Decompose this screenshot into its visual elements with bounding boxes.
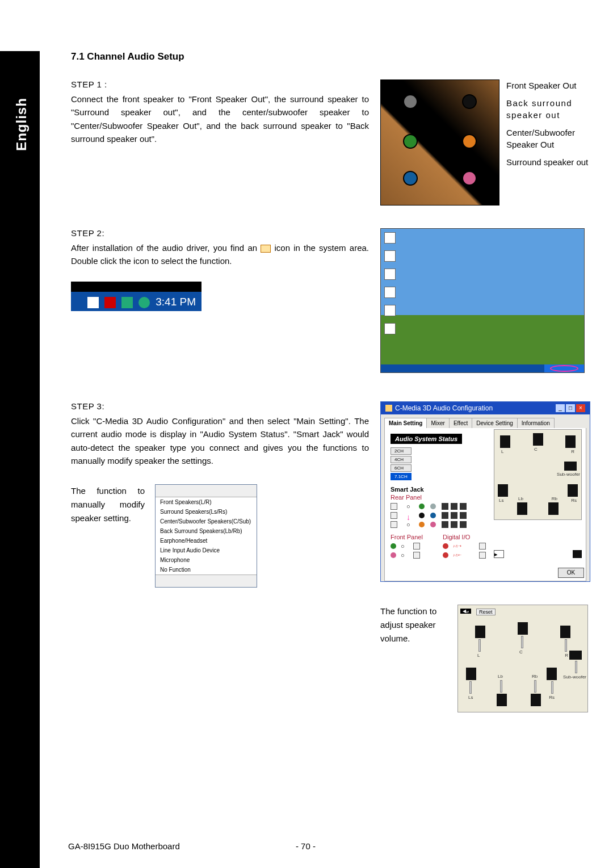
vol-speaker-rb[interactable] (531, 694, 541, 706)
maximize-button[interactable]: □ (566, 404, 575, 412)
port-callouts: Front Speaker Out Back surround speaker … (506, 79, 590, 206)
stop-button[interactable] (573, 550, 582, 558)
reset-button[interactable]: Reset (476, 609, 496, 615)
vol-slider[interactable] (469, 681, 472, 694)
speaker-c[interactable] (533, 433, 543, 446)
audio-system-status-title: Audio System Status (391, 434, 462, 444)
systray-icon-2[interactable] (121, 297, 133, 308)
tab-information[interactable]: Information (517, 418, 555, 428)
jack-indicator-pink (430, 522, 436, 527)
subnote-left: The function to manually modify speaker … (71, 484, 145, 525)
tab-mixer[interactable]: Mixer (426, 418, 449, 428)
rear-io-photo (380, 79, 499, 206)
vol-speaker-c[interactable] (518, 622, 528, 635)
menu-item[interactable]: Microphone (156, 555, 257, 565)
callout-front-speaker: Front Speaker Out (506, 79, 590, 91)
step3-subrow: The function to manually modify speaker … (71, 484, 369, 588)
vol-slider[interactable] (551, 681, 553, 694)
tab-device-setting[interactable]: Device Setting (472, 418, 517, 428)
systray-icon-xear[interactable] (87, 297, 99, 308)
digital-slot[interactable] (479, 552, 486, 559)
step2-paragraph: After installation of the audio driver, … (71, 241, 369, 268)
jack-slot[interactable] (413, 543, 420, 550)
volume-panel: ◀ₐₗₗ Reset L C R Sub-woofer Ls Rs Lb Rb (457, 605, 588, 712)
tab-body: Audio System Status 2CH 4CH 6CH 7.1CH (384, 428, 586, 581)
menu-item[interactable]: Front Speakers(L/R) (156, 497, 257, 507)
vol-speaker-lb[interactable] (497, 694, 507, 706)
jack-slot[interactable] (391, 512, 397, 519)
step2-text-column: STEP 2: After installation of the audio … (71, 228, 369, 373)
menu-item[interactable]: Earphone/Headset (156, 536, 257, 546)
speaker-r[interactable] (565, 435, 576, 448)
desktop-icons (384, 232, 396, 334)
channel-71ch[interactable]: 7.1CH (391, 473, 412, 480)
speaker-l[interactable] (500, 435, 510, 448)
tab-main-setting[interactable]: Main Setting (384, 418, 427, 428)
windows-desktop-screenshot (380, 228, 585, 373)
vol-slider[interactable] (534, 680, 536, 693)
vol-slider[interactable] (500, 680, 502, 693)
jack-green (403, 134, 418, 149)
desktop-icon[interactable] (384, 232, 396, 244)
speaker-lb[interactable] (517, 502, 527, 515)
subnote-right: The function to adjust speaker volume. (380, 605, 450, 712)
digital-slot[interactable] (479, 543, 486, 550)
speaker-icon (460, 512, 467, 519)
play-button[interactable]: ▸ (494, 550, 504, 558)
arrow-down-icon: ↓ (406, 513, 412, 518)
section-heading: 7.1 Channel Audio Setup (71, 51, 590, 62)
jack-slot[interactable] (413, 552, 420, 559)
desktop-icon[interactable] (384, 287, 396, 298)
vol-speaker-r[interactable] (560, 626, 570, 638)
xear3d-tray-icon (261, 245, 271, 253)
step1-label: STEP 1 : (71, 79, 369, 89)
menu-item[interactable]: Surround Speakers(Ls/Rs) (156, 507, 257, 517)
language-spine: English (0, 51, 40, 868)
tab-effect[interactable]: Effect (449, 418, 472, 428)
eq-button[interactable]: ◀ₐₗₗ (460, 609, 471, 614)
vol-speaker-rs[interactable] (547, 668, 557, 680)
jack-indicator-black (419, 513, 425, 518)
menu-item[interactable]: Back Surround Speakers(Lb/Rb) (156, 526, 257, 536)
vol-slider[interactable] (565, 639, 567, 652)
speaker-icon (451, 521, 457, 528)
menu-item[interactable]: Center/Subwoofer Speakers(C/Sub) (156, 517, 257, 526)
window-titlebar: C-Media 3D Audio Configuration _ □ × (381, 402, 590, 414)
vol-slider[interactable] (575, 661, 577, 673)
speaker-sub[interactable] (564, 462, 577, 471)
desktop-icon[interactable] (384, 250, 396, 262)
vol-speaker-l[interactable] (475, 626, 485, 638)
speaker-rs[interactable] (568, 484, 578, 497)
vol-speaker-ls[interactable] (466, 668, 476, 680)
speaker-ls[interactable] (498, 484, 508, 497)
channel-6ch[interactable]: 6CH (391, 464, 412, 472)
jack-slot[interactable] (391, 521, 397, 528)
app-icon (385, 405, 392, 412)
systray-time: 3:41 PM (156, 296, 196, 308)
vol-speaker-sub[interactable] (569, 651, 582, 660)
front-panel-label: Front Panel (391, 534, 426, 540)
minimize-button[interactable]: _ (556, 404, 565, 412)
channel-4ch[interactable]: 4CH (391, 456, 412, 463)
jack-slot[interactable] (391, 503, 397, 510)
jack-indicator-blue (430, 513, 436, 518)
step1-image-column: Front Speaker Out Back surround speaker … (380, 79, 590, 206)
page-footer: GA-8I915G Duo Motherboard - 70 - (0, 841, 613, 851)
cmedia-config-window: C-Media 3D Audio Configuration _ □ × Mai… (380, 401, 590, 582)
speaker-icon (442, 503, 448, 510)
volume-block: The function to adjust speaker volume. ◀… (380, 605, 590, 712)
menu-item[interactable]: Line Input Audio Device (156, 546, 257, 555)
systray-icon-3[interactable] (138, 297, 150, 308)
speaker-rb[interactable] (548, 502, 559, 515)
vol-slider[interactable] (521, 636, 523, 648)
desktop-icon[interactable] (384, 323, 396, 334)
channel-2ch[interactable]: 2CH (391, 447, 412, 455)
ok-button[interactable]: OK (558, 568, 584, 578)
systray-icon-1[interactable] (104, 297, 116, 308)
vol-slider[interactable] (478, 639, 481, 652)
menu-item[interactable]: No Function (156, 565, 257, 575)
desktop-icon[interactable] (384, 269, 396, 280)
step1-paragraph: Connect the front speaker to "Front Spea… (71, 93, 369, 145)
close-button[interactable]: × (576, 404, 585, 412)
desktop-icon[interactable] (384, 305, 396, 316)
